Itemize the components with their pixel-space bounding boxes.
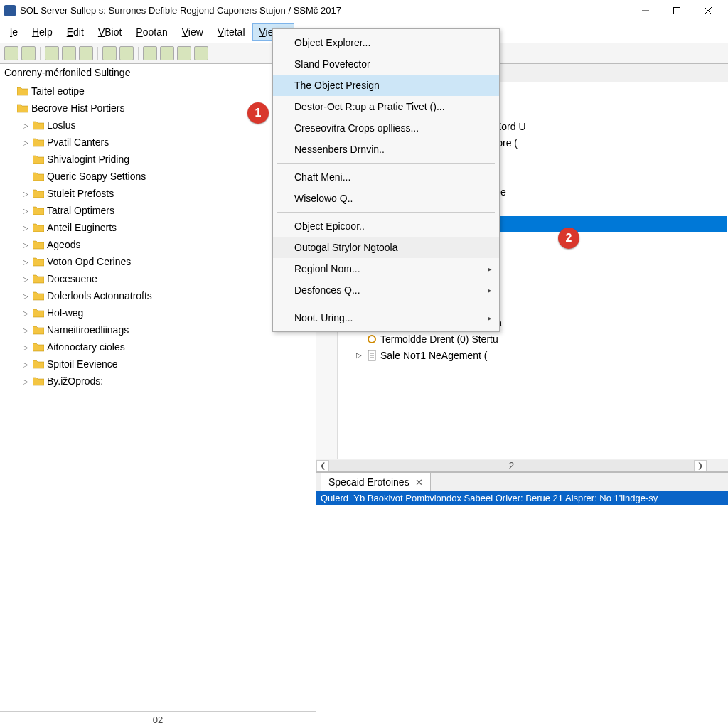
tree-item[interactable]: ▷Stuleit Prefosts bbox=[3, 185, 313, 202]
tree-item[interactable]: ▷Sale Noт1 NeAgement ( bbox=[339, 347, 727, 363]
menu-item[interactable]: Sland Povefector bbox=[273, 53, 499, 75]
tree-item[interactable]: ▷Anteil Euginerts bbox=[3, 219, 313, 236]
folder-icon bbox=[33, 376, 44, 386]
tree-item[interactable]: ▷Tatral Optimers bbox=[3, 202, 313, 219]
menu-help[interactable]: Help bbox=[25, 23, 60, 41]
menu-le[interactable]: le bbox=[3, 23, 25, 41]
expander-icon[interactable]: ▷ bbox=[21, 224, 30, 232]
expander-icon[interactable]: ▷ bbox=[21, 360, 30, 368]
menu-item[interactable]: Outogal Strylor Ngtoola bbox=[273, 237, 499, 258]
toolbar-button[interactable] bbox=[102, 46, 117, 60]
menu-item[interactable]: Destor-Oct R:up a Pratie Tivet ()... bbox=[273, 96, 499, 117]
tree-item[interactable]: ▷Voton Opd Cerines bbox=[3, 253, 313, 270]
view-menu-dropdown[interactable]: Object Explorer...Sland PovefectorThe Ob… bbox=[272, 28, 500, 332]
folder-icon bbox=[33, 223, 44, 232]
menu-vitetal[interactable]: Vitetal bbox=[210, 23, 252, 41]
close-tab-icon[interactable]: ✕ bbox=[415, 477, 423, 488]
toolbar-button[interactable] bbox=[160, 46, 174, 60]
tree-item-label: Aitonoctary cioles bbox=[47, 341, 125, 353]
minimize-button[interactable] bbox=[630, 1, 661, 21]
menu-item[interactable]: Object Explorer... bbox=[273, 32, 499, 53]
toolbar-button[interactable] bbox=[143, 46, 157, 60]
expander-icon[interactable]: ▷ bbox=[21, 190, 30, 198]
tree-item-label: Voton Opd Cerines bbox=[47, 256, 131, 267]
toolbar-button[interactable] bbox=[62, 46, 76, 60]
tree-item[interactable]: ▷Docesuene bbox=[3, 270, 313, 287]
tree-item-label: Tatral Optimers bbox=[47, 205, 114, 216]
toolbar-button[interactable] bbox=[79, 46, 93, 60]
menu-item[interactable]: Object Epicoor.. bbox=[273, 215, 499, 237]
expander-icon[interactable]: ▷ bbox=[21, 207, 30, 215]
expander-icon[interactable]: ▷ bbox=[355, 351, 363, 359]
expander-icon[interactable]: ▷ bbox=[21, 309, 30, 317]
tree-item[interactable]: Shivalogint Priding bbox=[3, 151, 313, 168]
menu-item[interactable]: Chaft Meni... bbox=[273, 166, 499, 188]
toolbar-button[interactable] bbox=[21, 46, 36, 60]
expander-icon[interactable]: ▷ bbox=[21, 139, 30, 146]
menu-item[interactable]: Regionl Nom... bbox=[273, 258, 499, 279]
tree-item[interactable]: Taitel eotipe bbox=[3, 82, 313, 100]
tree-item[interactable]: ▷Ageods bbox=[3, 236, 313, 253]
toolbar-button[interactable] bbox=[4, 46, 18, 60]
tree-item[interactable]: Termoldde Drent (0) Stertu bbox=[339, 331, 727, 347]
menu-item[interactable]: Desfonces Q... bbox=[273, 279, 499, 301]
output-tab-strip: Specaid Erotoines ✕ bbox=[316, 473, 728, 491]
toolbar-button[interactable] bbox=[194, 46, 208, 60]
menu-vbiot[interactable]: VBiot bbox=[91, 23, 129, 41]
expander-icon[interactable]: ▷ bbox=[21, 292, 30, 300]
menu-pootan[interactable]: Pootan bbox=[129, 23, 174, 41]
menu-item[interactable]: Wiselowo Q.. bbox=[273, 188, 499, 209]
expander-icon[interactable]: ▷ bbox=[21, 275, 30, 283]
left-tree[interactable]: Taitel eotipeBecrove Hist Portiers▷Loslu… bbox=[0, 81, 316, 711]
expander-icon[interactable]: ▷ bbox=[21, 241, 30, 249]
toolbar-button[interactable] bbox=[119, 46, 134, 60]
menu-item[interactable]: Noot. Uring... bbox=[273, 307, 499, 328]
left-status-bar: 02 bbox=[0, 711, 316, 728]
tree-item[interactable]: ▷Hol-weg bbox=[3, 304, 313, 321]
tree-item-label: Pvatil Canters bbox=[47, 136, 109, 148]
folder-icon bbox=[33, 257, 44, 267]
output-line[interactable]: Quierd_Yb Baokivot Pombviondox Sabeel Or… bbox=[316, 491, 728, 505]
scroll-right-icon[interactable]: ❯ bbox=[694, 460, 707, 471]
output-body[interactable]: Quierd_Yb Baokivot Pombviondox Sabeel Or… bbox=[316, 491, 728, 728]
tree-item-label: Nameitiroedliinags bbox=[47, 324, 129, 336]
expander-icon[interactable]: ▷ bbox=[21, 326, 30, 334]
close-button[interactable] bbox=[692, 1, 724, 21]
tree-item-label: Shivalogint Priding bbox=[47, 154, 129, 165]
scroll-track[interactable]: 2 bbox=[329, 460, 694, 471]
svg-point-13 bbox=[368, 336, 375, 343]
tree-item[interactable]: Queric Soapy Settions bbox=[3, 168, 313, 185]
menu-edit[interactable]: Edit bbox=[60, 23, 91, 41]
tree-item[interactable]: ▷Aitonoctary cioles bbox=[3, 338, 313, 355]
tree-item-label: Taitel eotipe bbox=[31, 85, 85, 97]
tree-item[interactable]: ▷Spitoil Eevience bbox=[3, 355, 313, 373]
tree-item[interactable]: ▷Nameitiroedliinags bbox=[3, 321, 313, 338]
tree-item-label: Anteil Euginerts bbox=[47, 222, 117, 233]
expander-icon[interactable]: ▷ bbox=[21, 343, 30, 351]
tree-item[interactable]: ▷Dolerlools Actonnatrofts bbox=[3, 287, 313, 304]
tree-item-label: Hol-weg bbox=[47, 307, 83, 318]
title-bar: SOL Server Sullep s: Surrones Defible Re… bbox=[0, 0, 728, 21]
menu-item[interactable]: Nessenbers Drnvin.. bbox=[273, 139, 499, 160]
scroll-left-icon[interactable]: ❮ bbox=[316, 460, 329, 471]
expander-icon[interactable]: ▷ bbox=[21, 122, 30, 129]
expander-icon[interactable]: ▷ bbox=[21, 258, 30, 266]
menu-item[interactable]: The Object Presign bbox=[273, 75, 499, 96]
folder-icon bbox=[33, 188, 44, 198]
toolbar-button[interactable] bbox=[177, 46, 191, 60]
maximize-button[interactable] bbox=[661, 1, 692, 21]
menu-view[interactable]: View bbox=[175, 23, 210, 41]
tab-specaid[interactable]: Specaid Erotoines ✕ bbox=[321, 473, 431, 491]
tree-item-label: Spitoil Eevience bbox=[47, 358, 118, 370]
menu-item[interactable]: Cresеovitra Crops oplliess... bbox=[273, 117, 499, 139]
tree-item[interactable]: ▷Pvatil Canters bbox=[3, 134, 313, 151]
folder-icon bbox=[33, 205, 44, 215]
folder-icon bbox=[17, 103, 28, 113]
folder-icon bbox=[17, 86, 28, 96]
expander-icon[interactable]: ▷ bbox=[21, 378, 30, 385]
tree-item-label: Becrove Hist Portiers bbox=[31, 102, 124, 114]
tree-item[interactable]: ▷By.ižOprods: bbox=[3, 373, 313, 390]
tree-item-label: Loslus bbox=[47, 119, 75, 131]
toolbar-button[interactable] bbox=[45, 46, 59, 60]
horizontal-scrollbar[interactable]: ❮ 2 ❯ bbox=[316, 459, 728, 471]
